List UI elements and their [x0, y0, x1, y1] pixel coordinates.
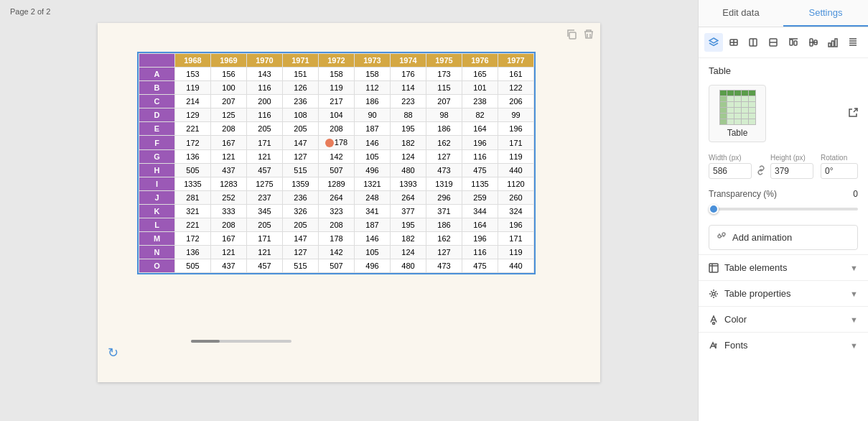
- table-cell: 1335: [175, 177, 211, 191]
- table-cell: 195: [391, 122, 426, 136]
- table-cell: 260: [498, 191, 534, 205]
- tab-edit-data[interactable]: Edit data: [699, 0, 783, 27]
- table-cell: 124: [391, 150, 426, 164]
- table-row: O505437457515507496480473475440: [139, 259, 534, 273]
- align-top-icon[interactable]: [784, 33, 803, 52]
- height-label: Height (px): [770, 154, 813, 162]
- svg-point-22: [722, 233, 725, 236]
- table-row: D1291251161081049088988299: [139, 108, 534, 122]
- table-cell: 323: [319, 205, 355, 218]
- table-cell: 475: [462, 164, 498, 177]
- table-row: F172167171147178146182162196171: [139, 136, 534, 150]
- width-input[interactable]: [709, 163, 752, 179]
- table-cell: 205: [283, 218, 319, 232]
- table-row: A153156143151158158176173165161: [139, 68, 534, 81]
- data-table-wrapper: 1968196919701971197219731974197519761977…: [137, 52, 536, 274]
- table-cell: 129: [175, 108, 211, 122]
- table-cell: 142: [319, 246, 355, 259]
- fonts-header[interactable]: Fonts ▼: [699, 333, 868, 358]
- fonts-section: Fonts ▼: [699, 332, 868, 358]
- table-cell: 164: [462, 122, 498, 136]
- table-row: H505437457515507496480473475440: [139, 164, 534, 177]
- table-cell: 496: [355, 164, 391, 177]
- layers-icon[interactable]: [704, 33, 723, 52]
- list-icon[interactable]: [844, 33, 862, 52]
- svg-point-26: [712, 292, 715, 295]
- table-cell: 208: [211, 218, 247, 232]
- trash-icon[interactable]: [583, 29, 594, 40]
- table-cell: 259: [462, 191, 498, 205]
- table-cell: 146: [355, 136, 391, 150]
- table-cell: 457: [247, 164, 283, 177]
- table-row: C214207200236217186223207238206: [139, 95, 534, 108]
- table-properties-header[interactable]: Table properties ▼: [699, 281, 868, 306]
- table-cell: 344: [462, 205, 498, 218]
- table-cell: 178: [319, 232, 355, 246]
- color-icon: [709, 315, 719, 325]
- align-left-icon[interactable]: [724, 33, 743, 52]
- table-cell: 101: [462, 81, 498, 95]
- copy-icon[interactable]: [566, 29, 577, 40]
- transparency-value: 0: [853, 189, 858, 199]
- color-header[interactable]: Color ▼: [699, 307, 868, 332]
- table-cell: 98: [426, 108, 462, 122]
- svg-rect-0: [569, 32, 576, 39]
- section-title: Table: [699, 58, 868, 80]
- export-icon[interactable]: [848, 108, 858, 120]
- table-cell: 200: [247, 95, 283, 108]
- table-cell: 99: [498, 108, 534, 122]
- slider-track: [709, 208, 858, 210]
- table-cell: 146: [355, 232, 391, 246]
- table-cell: 480: [391, 259, 426, 273]
- table-cell: 136: [175, 150, 211, 164]
- table-cell: 173: [426, 68, 462, 81]
- add-animation-button[interactable]: Add animation: [709, 225, 858, 250]
- dimensions-row: Width (px) Height (px) Rotation: [699, 149, 868, 183]
- table-row: L221208205205208187195186164196: [139, 218, 534, 232]
- table-cell: 182: [391, 232, 426, 246]
- table-cell: 82: [462, 108, 498, 122]
- table-cell: 172: [175, 136, 211, 150]
- align-center-icon[interactable]: [745, 33, 763, 52]
- panel-tabs: Edit data Settings: [699, 0, 868, 27]
- table-cell: 127: [426, 150, 462, 164]
- align-right-icon[interactable]: [764, 33, 783, 52]
- height-input[interactable]: [770, 163, 813, 179]
- table-cell: 505: [175, 164, 211, 177]
- transparency-section: Transparency (%) 0: [699, 183, 868, 221]
- table-row: K321333345326323341377371344324: [139, 205, 534, 218]
- rotation-input[interactable]: [821, 163, 858, 179]
- right-panel: Edit data Settings: [698, 0, 868, 421]
- table-cell: 171: [498, 232, 534, 246]
- table-cell: 221: [175, 122, 211, 136]
- table-cell: 116: [462, 246, 498, 259]
- table-cell: 164: [462, 218, 498, 232]
- transparency-slider[interactable]: [709, 203, 858, 215]
- align-middle-icon[interactable]: [804, 33, 823, 52]
- table-cell: 296: [426, 191, 462, 205]
- table-cell: 1319: [426, 177, 462, 191]
- svg-rect-9: [794, 41, 797, 45]
- main-canvas: Page 2 of 2 1968196919701971197219731974…: [0, 0, 698, 421]
- table-cell: 121: [247, 246, 283, 259]
- table-cell: 196: [462, 232, 498, 246]
- scroll-bar[interactable]: [191, 340, 291, 343]
- rotation-label: Rotation: [821, 154, 858, 162]
- slider-thumb[interactable]: [709, 204, 719, 214]
- table-cell: 515: [283, 259, 319, 273]
- table-cell: 105: [355, 246, 391, 259]
- table-cell: 171: [498, 136, 534, 150]
- width-group: Width (px): [709, 154, 752, 179]
- table-cell: 162: [426, 232, 462, 246]
- table-cell: 143: [247, 68, 283, 81]
- table-cell: 237: [247, 191, 283, 205]
- table-cell: 172: [175, 232, 211, 246]
- mini-table-preview: [719, 90, 756, 125]
- table-cell: 196: [462, 136, 498, 150]
- chart-icon[interactable]: [824, 33, 843, 52]
- tab-settings[interactable]: Settings: [783, 0, 868, 27]
- table-elements-header[interactable]: Table elements ▼: [699, 255, 868, 280]
- page-canvas: 1968196919701971197219731974197519761977…: [0, 20, 698, 421]
- link-icon[interactable]: [755, 165, 767, 177]
- table-cell: 437: [211, 164, 247, 177]
